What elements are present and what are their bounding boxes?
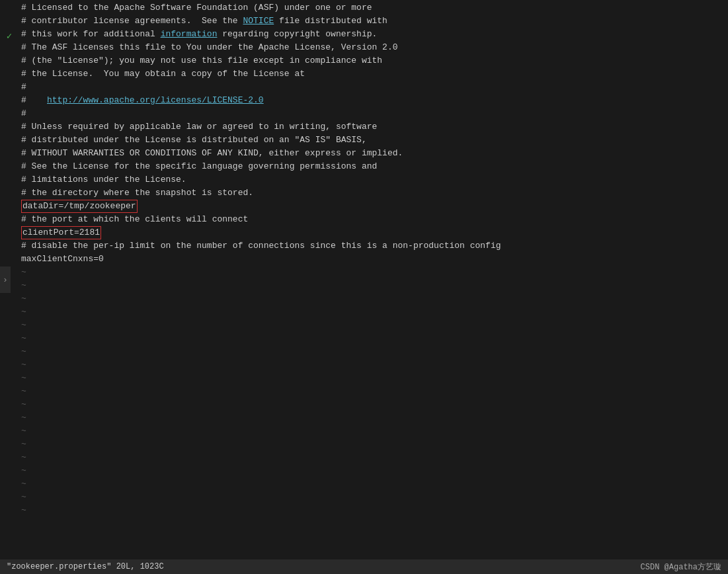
sidebar-toggle[interactable]: › — [0, 266, 11, 293]
content-area: # Licensed to the Apache Software Founda… — [19, 0, 728, 559]
line-4: # The ASF licenses this file to You unde… — [19, 41, 728, 54]
line-2: # contributor license agreements. See th… — [19, 15, 728, 28]
line-8: # http://www.apache.org/licenses/LICENSE… — [19, 94, 728, 107]
check-icon: ✓ — [7, 30, 12, 42]
tilde-11: ~ — [19, 398, 728, 411]
line-18: clientPort=2181 — [19, 226, 728, 239]
line-20: maxClientCnxns=0 — [19, 253, 728, 266]
clientport-config: clientPort=2181 — [21, 226, 101, 239]
tilde-10: ~ — [19, 385, 728, 398]
tilde-16: ~ — [19, 464, 728, 477]
tilde-19: ~ — [19, 504, 728, 517]
status-file-info: "zookeeper.properties" 20L, 1023C — [7, 562, 164, 571]
line-10: # Unless required by applicable law or a… — [19, 120, 728, 134]
tilde-4: ~ — [19, 306, 728, 319]
tilde-14: ~ — [19, 438, 728, 451]
tilde-9: ~ — [19, 372, 728, 385]
line-13: # See the License for the specific langu… — [19, 160, 728, 173]
tilde-13: ~ — [19, 425, 728, 438]
tilde-3: ~ — [19, 292, 728, 306]
status-attribution: CSDN @Agatha方艺璇 — [641, 561, 721, 573]
editor-container: › ✓ # Licensed to the Apache Software Fo… — [0, 0, 728, 559]
line-7: # — [19, 81, 728, 94]
line-3: # this work for additional information r… — [19, 28, 728, 41]
tilde-8: ~ — [19, 358, 728, 372]
line-17: # the port at which the clients will con… — [19, 213, 728, 226]
line-11: # distributed under the License is distr… — [19, 134, 728, 147]
chevron-right-icon: › — [3, 275, 8, 285]
status-bar: "zookeeper.properties" 20L, 1023C CSDN @… — [0, 559, 728, 574]
line-9: # — [19, 107, 728, 120]
line-1: # Licensed to the Apache Software Founda… — [19, 1, 728, 15]
line-19: # disable the per-ip limit on the number… — [19, 239, 728, 253]
line-5: # (the "License"); you may not use this … — [19, 54, 728, 67]
datadir-config: dataDir=/tmp/zookeeper — [21, 200, 138, 213]
tilde-2: ~ — [19, 279, 728, 292]
tilde-1: ~ — [19, 266, 728, 279]
tilde-7: ~ — [19, 345, 728, 358]
line-12: # WITHOUT WARRANTIES OR CONDITIONS OF AN… — [19, 147, 728, 160]
line-15: # the directory where the snapshot is st… — [19, 186, 728, 200]
tilde-6: ~ — [19, 332, 728, 345]
tilde-18: ~ — [19, 491, 728, 504]
tilde-12: ~ — [19, 411, 728, 425]
line-16: dataDir=/tmp/zookeeper — [19, 200, 728, 213]
line-14: # limitations under the License. — [19, 173, 728, 186]
tilde-17: ~ — [19, 477, 728, 491]
tilde-5: ~ — [19, 319, 728, 332]
line-6: # the License. You may obtain a copy of … — [19, 67, 728, 81]
tilde-15: ~ — [19, 451, 728, 464]
